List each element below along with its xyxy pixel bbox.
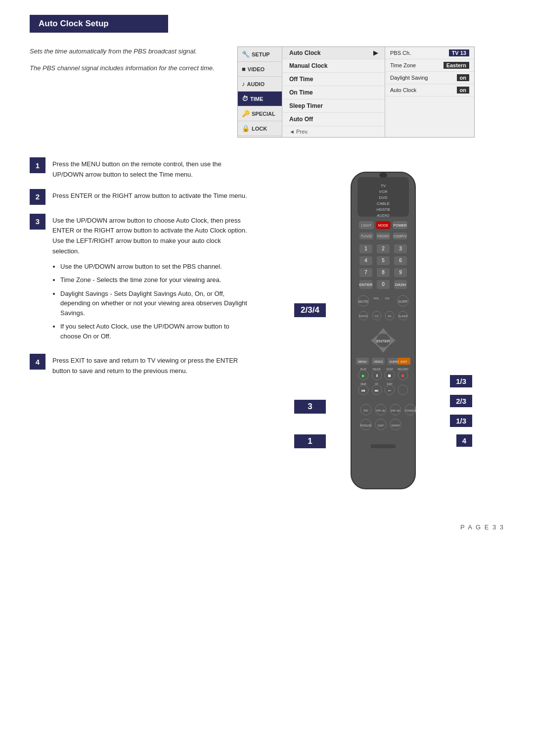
svg-text:⏹: ⏹ [388,374,392,378]
sidebar-item-video[interactable]: ■ VIDEO [238,62,282,77]
svg-text:STOP: STOP [386,368,393,371]
svg-text:PLAY: PLAY [360,368,367,371]
menu-sidebar: 🔧 SETUP ■ VIDEO ♪ AUDIO ⏱ TIME 🔑 SPE [238,47,282,137]
menu-ui: 🔧 SETUP ■ VIDEO ♪ AUDIO ⏱ TIME 🔑 SPE [237,47,475,138]
step-3-row: 3 Use the UP/DOWN arrow button to choose… [30,214,247,345]
pbs-ch-row: PBS Ch. TV 13 [385,47,474,59]
svg-text:EXIT: EXIT [400,360,407,363]
sidebar-item-setup[interactable]: 🔧 SETUP [238,47,282,62]
remote-svg: TV VCR DVD CABLE HDSTB AUDIO LIGHT MODE … [324,157,443,504]
svg-text:MUTE: MUTE [358,300,368,303]
step-label-1: 1 [294,434,326,448]
svg-text:⏸: ⏸ [375,374,379,378]
menu-item-auto-off[interactable]: Auto Off [282,113,385,126]
svg-text:4: 4 [364,258,367,263]
svg-text:TV: TV [381,184,386,188]
sidebar-item-time[interactable]: ⏱ TIME [238,92,282,106]
svg-text:RECORD: RECORD [398,368,408,371]
time-zone-row: Time Zone Eastern [385,59,474,72]
svg-text:CABLE: CABLE [377,201,390,206]
svg-text:POWER: POWER [405,409,416,412]
special-icon: 🔑 [242,110,250,117]
svg-text:⏮: ⏮ [361,388,365,393]
step-2-text: Press ENTER or the RIGHT arrow button to… [52,189,247,201]
svg-text:6: 6 [399,258,402,263]
svg-text:FF: FF [375,382,378,385]
svg-text:SLEEP: SLEEP [398,315,407,318]
step-label-3: 3 [294,400,326,414]
step-label-right-23: 2/3 [450,395,472,407]
sidebar-item-lock[interactable]: 🔒 LOCK [238,121,282,136]
svg-text:VIDEO: VIDEO [374,360,383,363]
remote-wrapper: 2/3/4 3 1 1/3 2/3 1/3 4 TV VCR DVD [294,157,472,504]
svg-text:TV/VID: TV/VID [361,235,372,238]
page-number: P A G E 3 3 [30,523,504,531]
svg-text:2: 2 [382,246,385,251]
menu-auto-clock-header[interactable]: Auto Clock ▶ [282,47,385,59]
auto-clock-row: Auto Clock on [385,84,474,96]
step-label-right-13b: 1/3 [450,415,472,427]
svg-point-109 [379,173,387,178]
step-3-bullet-3: Daylight Savings - Sets Daylight Savings… [60,289,247,318]
step-label-right-13a: 1/3 [450,375,472,387]
svg-text:9: 9 [399,270,402,275]
sidebar-item-special[interactable]: 🔑 SPECIAL [238,106,282,121]
svg-text:RATIO: RATIO [359,315,368,318]
svg-text:PAUSE: PAUSE [373,368,381,371]
svg-text:PIP-JE: PIP-JE [376,409,386,412]
step-1-row: 1 Press the MENU button on the remote co… [30,157,247,180]
svg-text:PIP-JE: PIP-JE [391,409,400,412]
svg-text:AUDIO: AUDIO [389,360,399,363]
menu-item-off-time[interactable]: Off Time [282,73,385,86]
video-icon: ■ [242,65,246,73]
page-title: Auto Clock Setup [30,15,168,33]
svg-text:ENTER: ENTER [376,339,390,343]
svg-text:⏺: ⏺ [401,374,405,378]
step-1-text: Press the MENU button on the remote cont… [52,157,247,180]
svg-text:AV: AV [388,315,392,318]
svg-text:LIGHT: LIGHT [361,224,372,227]
menu-item-manual-clock[interactable]: Manual Clock [282,59,385,73]
menu-item-on-time[interactable]: On Time [282,86,385,99]
svg-text:0: 0 [382,282,385,287]
svg-text:POWER: POWER [394,224,406,227]
step-2-row: 2 Press ENTER or the RIGHT arrow button … [30,189,247,205]
svg-text:1: 1 [364,246,367,251]
svg-text:SKIP: SKIP [387,382,393,385]
step-3-bullet-2: Time Zone - Selects the time zone for yo… [60,275,247,285]
svg-text:7: 7 [364,270,367,275]
intro-text: Sets the time automatically from the PBS… [30,47,218,80]
step-4-row: 4 Press EXIT to save and return to TV vi… [30,354,247,377]
svg-text:CC: CC [375,315,379,318]
svg-point-93 [398,385,408,395]
svg-text:MODE: MODE [378,224,389,227]
svg-text:MENU: MENU [358,360,367,363]
svg-text:PIP: PIP [363,409,368,412]
remote-section: 2/3/4 3 1 1/3 2/3 1/3 4 TV VCR DVD [262,157,504,504]
svg-text:⏭: ⏭ [375,388,379,393]
lock-icon: 🔒 [242,125,250,132]
svg-text:▶: ▶ [362,374,365,378]
svg-text:AUDIO: AUDIO [377,213,389,218]
intro-para1: Sets the time automatically from the PBS… [30,47,218,56]
svg-text:VOL: VOL [373,297,380,300]
audio-icon: ♪ [242,80,245,88]
step-4-text: Press EXIT to save and return to TV view… [52,354,247,377]
step-label-right-4: 4 [456,434,472,447]
svg-text:8: 8 [382,270,385,275]
step-3-bullets: Use the UP/DOWN arrow button to set the … [60,262,247,341]
svg-text:5: 5 [382,258,385,263]
menu-main: Auto Clock ▶ Manual Clock Off Time On Ti… [282,47,385,137]
menu-item-sleep-timer[interactable]: Sleep Timer [282,99,385,113]
svg-text:ENTER: ENTER [359,283,372,287]
step-3-number: 3 [30,214,45,230]
step-3-bullet-1: Use the UP/DOWN arrow button to set the … [60,262,247,272]
svg-text:CH: CH [385,297,390,300]
step-1-number: 1 [30,157,45,173]
svg-text:FRONT: FRONT [377,235,390,238]
step-4-number: 4 [30,354,45,370]
svg-text:SAP: SAP [378,424,384,427]
menu-prev[interactable]: ◄ Prev. [282,126,385,137]
steps-container: 1 Press the MENU button on the remote co… [30,157,247,504]
sidebar-item-audio[interactable]: ♪ AUDIO [238,77,282,92]
